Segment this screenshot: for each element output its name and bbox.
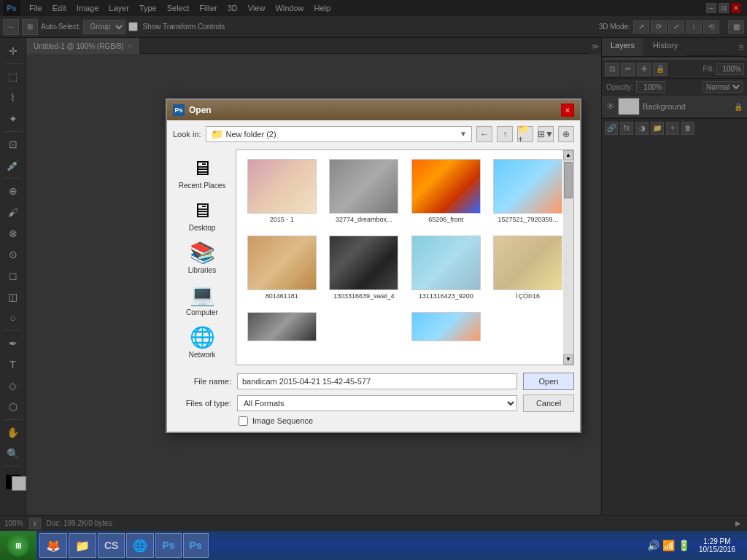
clock-date: 10/15/2016: [699, 545, 735, 553]
file-name-4: 801461181: [266, 292, 298, 300]
file-name-5: 1303316639_swat_4: [333, 292, 395, 300]
filename-label: File name:: [173, 377, 231, 386]
file-name-0: 2015 - 1: [270, 216, 294, 223]
open-dialog: Ps Open × Look in: 📁 New folder (2) ▼ ← …: [166, 98, 581, 433]
file-name-1: 32774_dreambox...: [336, 216, 392, 223]
dialog-footer: File name: Open Files of type: All Forma…: [173, 370, 574, 426]
file-item-7[interactable]: اÇÖÞ16: [489, 233, 568, 306]
recent-places-icon: 🖥: [192, 156, 212, 180]
file-thumb-6: [411, 236, 481, 290]
dialog-ps-icon: Ps: [173, 104, 185, 116]
filename-input[interactable]: [237, 373, 517, 389]
dialog-body: Look in: 📁 New folder (2) ▼ ← ↑ 📁+ ⊞▼ ⊕: [167, 120, 580, 432]
image-sequence-row: Image Sequence: [173, 416, 574, 426]
clock-time: 1:29 PM: [699, 537, 735, 545]
favorites-btn[interactable]: ⊕: [558, 126, 574, 142]
libraries-icon: 📚: [190, 241, 215, 265]
taskbar-chrome[interactable]: 🌐: [126, 533, 154, 558]
file-item-6[interactable]: 1311316423_9200: [406, 233, 486, 306]
computer-icon: 💻: [190, 283, 215, 307]
file-item-5[interactable]: 1303316639_swat_4: [325, 233, 404, 306]
view-toggle-btn[interactable]: ⊞▼: [538, 126, 554, 142]
file-item-9[interactable]: [406, 309, 486, 348]
folder-icon: 📁: [211, 128, 223, 140]
file-thumb-9: [411, 312, 481, 341]
file-name-7: اÇÖÞ16: [516, 292, 540, 300]
tray-icon-1: 🔊: [647, 540, 659, 551]
file-item-1[interactable]: 32774_dreambox...: [325, 156, 404, 230]
sidebar-desktop[interactable]: 🖥 Desktop: [173, 195, 231, 236]
file-thumb-2: [411, 159, 481, 214]
look-in-label: Look in:: [173, 130, 201, 139]
file-thumb-1: [329, 159, 398, 214]
dialog-toolbar: Look in: 📁 New folder (2) ▼ ← ↑ 📁+ ⊞▼ ⊕: [173, 126, 574, 142]
dialog-titlebar: Ps Open ×: [167, 100, 580, 120]
file-thumb-7: [493, 236, 562, 290]
dialog-overlay: Ps Open × Look in: 📁 New folder (2) ▼ ← …: [0, 0, 747, 531]
folder-name: New folder (2): [226, 130, 457, 139]
dialog-file-area: 2015 - 1 32774_dreambox... 65206_front: [236, 149, 574, 365]
image-sequence-label: Image Sequence: [252, 416, 313, 425]
tray-icon-3: 🔋: [678, 540, 690, 551]
taskbar-items: 🦊 📁 CS 🌐 Ps Ps: [36, 533, 641, 558]
scroll-down-btn[interactable]: ▼: [563, 354, 573, 365]
sidebar-recent-places[interactable]: 🖥 Recent Places: [173, 152, 231, 193]
filetype-select[interactable]: All Formats: [237, 395, 517, 411]
file-thumb-4: [247, 236, 317, 290]
taskbar-explorer[interactable]: 📁: [69, 533, 96, 558]
recent-places-label: Recent Places: [179, 182, 225, 190]
file-thumb-5: [329, 236, 398, 290]
dialog-sidebar: 🖥 Recent Places 🖥 Desktop 📚 Libraries: [173, 149, 231, 365]
up-btn[interactable]: ↑: [497, 126, 513, 142]
taskbar-ps[interactable]: Ps: [155, 533, 181, 558]
taskbar-ps2[interactable]: Ps: [183, 533, 209, 558]
libraries-label: Libraries: [188, 266, 216, 274]
dialog-main: 🖥 Recent Places 🖥 Desktop 📚 Libraries: [173, 149, 574, 365]
file-name-2: 65206_front: [428, 216, 463, 223]
file-thumb-8: [247, 312, 317, 341]
file-thumb-0: [247, 159, 317, 214]
file-item-8[interactable]: [242, 309, 322, 348]
ps-window: Ps File Edit Image Layer Type Select Fil…: [0, 0, 747, 560]
sidebar-libraries[interactable]: 📚 Libraries: [173, 237, 231, 278]
file-item-3[interactable]: 1527521_7920359...: [489, 156, 568, 230]
file-grid: 2015 - 1 32774_dreambox... 65206_front: [236, 150, 573, 354]
file-item-2[interactable]: 65206_front: [406, 156, 486, 230]
sidebar-computer[interactable]: 💻 Computer: [173, 279, 231, 320]
file-thumb-3: [493, 159, 562, 214]
taskbar-cs[interactable]: CS: [98, 533, 125, 558]
filetype-row: Files of type: All Formats Cancel: [173, 394, 574, 412]
sidebar-network[interactable]: 🌐 Network: [173, 322, 231, 362]
scrollbar-track[interactable]: ▲ ▼: [563, 150, 573, 365]
taskbar-firefox[interactable]: 🦊: [39, 533, 67, 558]
network-label: Network: [189, 351, 216, 359]
taskbar: ⊞ 🦊 📁 CS 🌐 Ps Ps 🔊 📶 🔋: [0, 531, 747, 560]
scrollbar-thumb[interactable]: [564, 162, 573, 198]
dialog-title: Open: [189, 105, 561, 115]
desktop-label: Desktop: [189, 224, 216, 232]
file-item-4[interactable]: 801461181: [242, 233, 322, 306]
system-tray: 🔊 📶 🔋 1:29 PM 10/15/2016: [641, 537, 747, 553]
file-name-3: 1527521_7920359...: [498, 216, 558, 223]
network-icon: 🌐: [190, 325, 215, 349]
start-button[interactable]: ⊞: [0, 531, 36, 560]
scroll-up-btn[interactable]: ▲: [563, 150, 573, 160]
dropdown-arrow: ▼: [460, 130, 467, 138]
desktop-icon: 🖥: [192, 198, 212, 222]
tray-icon-2: 📶: [662, 540, 675, 551]
image-sequence-checkbox[interactable]: [239, 416, 248, 426]
dialog-close-btn[interactable]: ×: [561, 104, 574, 117]
folder-path[interactable]: 📁 New folder (2) ▼: [206, 126, 472, 142]
system-clock[interactable]: 1:29 PM 10/15/2016: [693, 537, 741, 553]
cancel-btn[interactable]: Cancel: [523, 394, 574, 412]
filename-row: File name: Open: [173, 373, 574, 390]
file-name-6: 1311316423_9200: [419, 292, 473, 300]
filetype-label: Files of type:: [173, 399, 231, 408]
file-item-0[interactable]: 2015 - 1: [242, 156, 322, 230]
create-folder-btn[interactable]: 📁+: [517, 126, 533, 142]
back-btn[interactable]: ←: [476, 126, 492, 142]
computer-label: Computer: [186, 308, 218, 316]
open-btn[interactable]: Open: [523, 373, 574, 390]
